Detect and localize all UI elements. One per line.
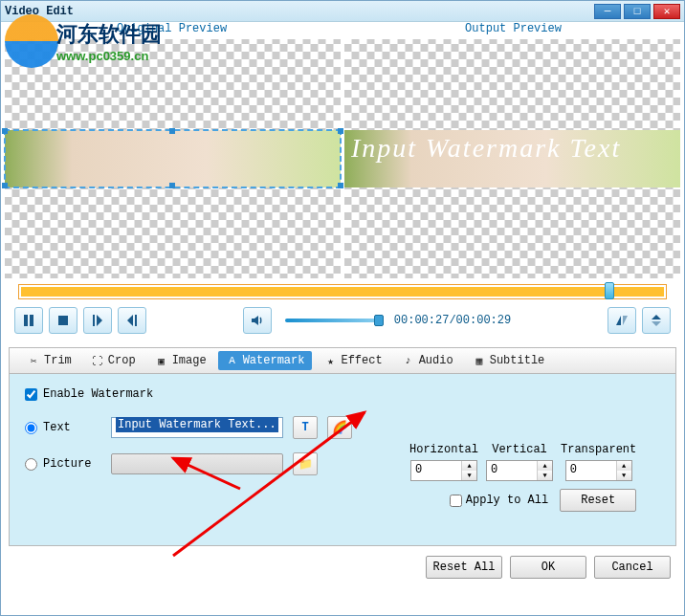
mark-out-button[interactable] [118,307,146,334]
folder-icon: 📁 [298,457,313,472]
text-icon: A [226,354,239,367]
volume-slider[interactable] [285,319,381,322]
picture-radio[interactable]: Picture [25,457,101,471]
note-icon: ♪ [402,354,415,367]
svg-rect-2 [58,316,68,325]
reset-button[interactable]: Reset [560,489,636,512]
reset-all-button[interactable]: Reset All [426,556,502,579]
svg-rect-0 [24,315,28,326]
browse-button[interactable]: 📁 [293,452,318,475]
apply-to-all-checkbox[interactable]: Apply to All [450,494,548,507]
star-icon: ★ [323,354,337,367]
stop-button[interactable] [49,307,77,334]
minimize-button[interactable]: ─ [594,4,621,19]
watermark-text-input[interactable]: Input Watermark Text... [111,417,283,438]
tab-bar: ✂Trim ⛶Crop ▣Image AWatermark ★Effect ♪A… [9,347,676,374]
transparent-label: Transparent [561,443,636,456]
pause-button[interactable] [14,307,43,334]
picture-path-input[interactable] [111,453,283,474]
mark-in-button[interactable] [83,307,112,334]
horizontal-spinner[interactable]: 0▲▼ [410,460,477,481]
timeline-slider[interactable] [18,284,667,299]
watermark-sample-text: Input Watermark Text [351,133,674,164]
tab-subtitle[interactable]: ▦Subtitle [465,351,553,370]
tab-crop[interactable]: ⛶Crop [83,351,144,370]
site-logo [5,14,58,68]
flip-vertical-button[interactable] [642,307,671,334]
horizontal-label: Horizontal [409,443,478,456]
subtitle-icon: ▦ [473,354,486,367]
maximize-button[interactable]: □ [624,4,651,19]
enable-watermark-checkbox[interactable]: Enable Watermark [25,387,660,401]
tab-effect[interactable]: ★Effect [316,351,389,370]
output-preview: Input Watermark Text [344,39,680,278]
color-button[interactable]: 🌈 [327,416,352,439]
tab-trim[interactable]: ✂Trim [19,351,79,370]
image-icon: ▣ [155,354,168,367]
svg-rect-3 [93,315,95,326]
text-radio[interactable]: Text [25,421,101,434]
svg-rect-1 [30,315,33,326]
tab-watermark[interactable]: AWatermark [218,351,313,370]
volume-button[interactable] [243,307,272,334]
window-title: Video Edit [5,5,591,18]
flip-horizontal-button[interactable] [608,307,636,334]
crop-icon: ⛶ [91,354,104,367]
tab-image[interactable]: ▣Image [147,351,214,370]
watermark-panel: Enable Watermark Text Input Watermark Te… [9,374,676,546]
site-logo-text: 河东软件园 www.pc0359.cn [56,20,162,63]
vertical-label: Vertical [492,443,547,456]
time-display: 00:00:27/00:00:29 [394,314,511,327]
font-button[interactable]: T [293,416,318,439]
cancel-button[interactable]: Cancel [594,556,671,579]
ok-button[interactable]: OK [510,556,586,579]
close-button[interactable]: ✕ [653,4,680,19]
original-preview[interactable] [5,39,341,278]
svg-rect-4 [135,315,137,326]
scissors-icon: ✂ [27,354,40,367]
tab-audio[interactable]: ♪Audio [394,351,461,370]
transparent-spinner[interactable]: 0▲▼ [565,460,632,481]
output-preview-label: Output Preview [342,22,684,39]
vertical-spinner[interactable]: 0▲▼ [486,460,553,481]
